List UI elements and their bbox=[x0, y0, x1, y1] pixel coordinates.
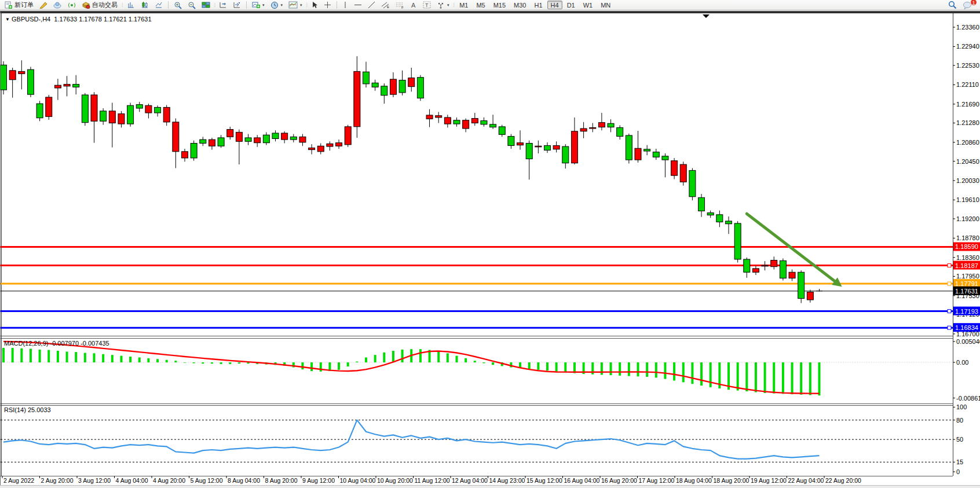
tab-timeframe-m5[interactable]: M5 bbox=[473, 1, 488, 9]
notifications-button[interactable]: 1 bbox=[960, 1, 974, 10]
fibonacci-tool-button[interactable]: F bbox=[393, 1, 407, 10]
hline-handle bbox=[948, 264, 951, 267]
svg-text:0: 0 bbox=[956, 468, 960, 475]
text-tool-button[interactable]: A bbox=[408, 1, 419, 10]
candle-body bbox=[608, 123, 614, 127]
autotrading-button[interactable]: 自动交易 bbox=[79, 1, 120, 10]
tab-timeframe-h4[interactable]: H4 bbox=[547, 1, 562, 9]
candle-body bbox=[155, 107, 161, 113]
horizontal-line-tool-button[interactable] bbox=[352, 1, 364, 10]
chart-canvas[interactable]: 1.233601.229401.225301.221101.216901.212… bbox=[1, 12, 980, 486]
period-clock-icon bbox=[270, 1, 279, 9]
svg-text:22 Aug 20:00: 22 Aug 20:00 bbox=[825, 477, 861, 484]
new-order-label: 新订单 bbox=[14, 1, 34, 9]
svg-text:8 Aug 20:00: 8 Aug 20:00 bbox=[265, 477, 298, 484]
new-chart-button[interactable]: ▾ bbox=[250, 1, 267, 10]
candlestick-chart-icon bbox=[141, 1, 149, 9]
trendline-tool-button[interactable] bbox=[365, 1, 378, 10]
candle-body bbox=[1, 65, 7, 90]
candle-body bbox=[299, 137, 306, 142]
template-icon bbox=[288, 1, 298, 9]
svg-text:4 Aug 04:00: 4 Aug 04:00 bbox=[116, 477, 148, 484]
candle-body bbox=[662, 156, 668, 160]
chart-ohlc-values: 1.17633 1.17678 1.17621 1.17631 bbox=[54, 16, 151, 23]
chart-shift-icon bbox=[219, 1, 227, 9]
candle-body bbox=[191, 143, 197, 157]
tab-timeframe-h1[interactable]: H1 bbox=[531, 1, 546, 9]
candle-body bbox=[372, 83, 378, 87]
svg-text:2 Aug 20:00: 2 Aug 20:00 bbox=[41, 477, 74, 484]
autotrading-icon bbox=[82, 1, 90, 9]
svg-text:F: F bbox=[401, 6, 404, 9]
candle-body bbox=[571, 131, 577, 163]
toolbar-grip: ⁞ bbox=[214, 2, 215, 8]
time-axis[interactable]: 2 Aug 20222 Aug 20:003 Aug 12:004 Aug 04… bbox=[2, 476, 861, 484]
candle-body bbox=[671, 161, 678, 175]
period-clock-button[interactable]: ▾ bbox=[268, 1, 286, 10]
price-badge-label: 1.18590 bbox=[955, 243, 978, 250]
arrows-tool-button[interactable]: ▾ bbox=[434, 1, 452, 10]
candle-body bbox=[182, 152, 188, 158]
candle-body bbox=[734, 223, 741, 259]
candle-body bbox=[254, 138, 261, 143]
candle-body bbox=[46, 97, 52, 116]
tab-timeframe-m1[interactable]: M1 bbox=[456, 1, 471, 9]
candle-body bbox=[635, 148, 641, 160]
candle-body bbox=[281, 133, 288, 140]
crosshair-tool-button[interactable] bbox=[321, 1, 334, 10]
mql-editor-button[interactable] bbox=[37, 1, 50, 10]
svg-text:10 Aug 20:00: 10 Aug 20:00 bbox=[377, 477, 413, 484]
tab-timeframe-m15[interactable]: M15 bbox=[490, 1, 509, 9]
tab-timeframe-d1[interactable]: D1 bbox=[564, 1, 579, 9]
svg-text:E: E bbox=[387, 5, 389, 9]
candle-body bbox=[417, 78, 423, 98]
new-order-button[interactable]: 新订单 bbox=[2, 1, 36, 10]
svg-text:T: T bbox=[425, 2, 429, 8]
tab-timeframe-mn[interactable]: MN bbox=[597, 1, 614, 9]
vertical-line-icon bbox=[342, 1, 348, 9]
template-button[interactable]: ▾ bbox=[286, 1, 305, 10]
candle-body bbox=[426, 115, 433, 119]
chart-title: ▼ GBPUSD-,H4 1.17633 1.17678 1.17621 1.1… bbox=[5, 16, 152, 23]
bar-chart-button[interactable] bbox=[125, 1, 137, 10]
candle-body bbox=[744, 259, 750, 272]
auto-scroll-button[interactable] bbox=[231, 1, 243, 10]
zoom-in-button[interactable] bbox=[171, 1, 184, 10]
cursor-tool-button[interactable] bbox=[309, 1, 320, 10]
svg-text:16 Aug 04:00: 16 Aug 04:00 bbox=[564, 477, 600, 484]
search-icon bbox=[948, 1, 957, 9]
svg-text:100: 100 bbox=[956, 403, 967, 410]
svg-text:22 Aug 04:00: 22 Aug 04:00 bbox=[788, 477, 824, 484]
svg-text:14 Aug 23:00: 14 Aug 23:00 bbox=[489, 477, 525, 484]
candle-body bbox=[363, 72, 370, 84]
vertical-line-tool-button[interactable] bbox=[340, 1, 350, 10]
label-tool-button[interactable]: T bbox=[420, 1, 433, 10]
search-button[interactable] bbox=[946, 1, 959, 10]
svg-text:A: A bbox=[411, 2, 416, 9]
svg-text:16 Aug 20:00: 16 Aug 20:00 bbox=[601, 477, 637, 484]
signals-button[interactable] bbox=[65, 1, 78, 10]
candle-body bbox=[345, 127, 351, 145]
candle-body bbox=[19, 71, 25, 74]
candle-body bbox=[200, 140, 206, 143]
new-order-icon bbox=[5, 1, 13, 9]
collapse-triangle-icon[interactable]: ▼ bbox=[5, 17, 10, 22]
svg-text:9 Aug 12:00: 9 Aug 12:00 bbox=[302, 477, 335, 484]
tab-timeframe-m30[interactable]: M30 bbox=[510, 1, 529, 9]
tab-timeframe-w1[interactable]: W1 bbox=[580, 1, 597, 9]
zoom-out-button[interactable] bbox=[185, 1, 198, 10]
svg-text:1.20860: 1.20860 bbox=[956, 139, 979, 146]
publish-button[interactable] bbox=[51, 1, 64, 10]
candlestick-chart-button[interactable] bbox=[138, 1, 151, 10]
svg-text:10 Aug 04:00: 10 Aug 04:00 bbox=[340, 477, 376, 484]
candle-body bbox=[36, 104, 43, 118]
candle-body bbox=[109, 111, 115, 123]
chart-shift-button[interactable] bbox=[217, 1, 229, 10]
svg-text:2 Aug 2022: 2 Aug 2022 bbox=[3, 477, 34, 484]
dropdown-caret: ▾ bbox=[300, 3, 302, 8]
line-chart-button[interactable] bbox=[152, 1, 165, 10]
candle-body bbox=[73, 85, 79, 87]
channel-tool-button[interactable]: E bbox=[379, 1, 392, 10]
tile-windows-button[interactable] bbox=[199, 1, 213, 10]
cursor-icon bbox=[311, 1, 318, 9]
